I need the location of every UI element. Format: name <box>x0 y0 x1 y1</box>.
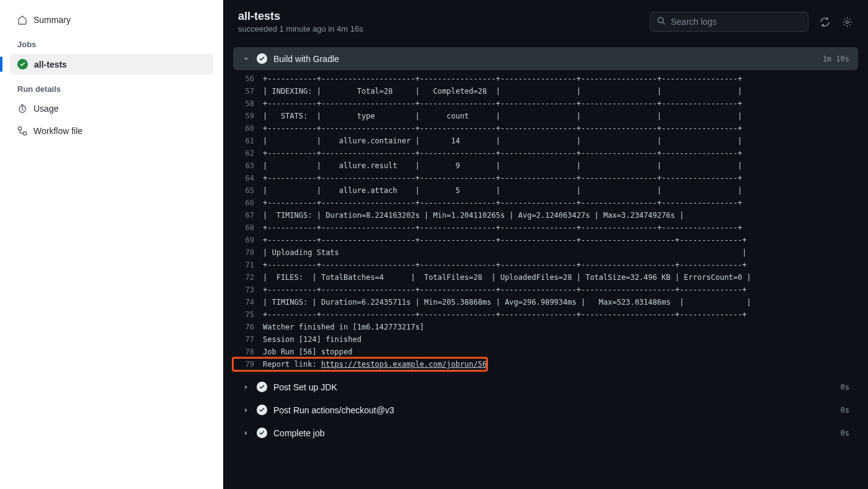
chevron-right-icon <box>242 406 250 415</box>
log-line: 60+-----------+---------------------+---… <box>233 122 858 135</box>
log-output[interactable]: 56+-----------+---------------------+---… <box>233 70 858 375</box>
log-line: 73+-----------+---------------------+---… <box>233 284 858 296</box>
log-line: 61| | allure.container | 14 | | | | <box>233 135 858 147</box>
check-circle-icon <box>257 53 267 64</box>
log-line: 58+-----------+---------------------+---… <box>233 97 858 110</box>
chevron-right-icon <box>242 429 250 437</box>
step-duration: 0s <box>841 429 849 437</box>
step-duration: 1m 10s <box>823 55 849 63</box>
home-icon <box>17 15 27 25</box>
step-duration: 0s <box>841 383 849 392</box>
check-circle-icon <box>257 428 267 438</box>
status-text: succeeded <box>238 24 277 34</box>
search-logs[interactable] <box>650 12 808 32</box>
log-line: 66+-----------+---------------------+---… <box>233 197 858 209</box>
report-link[interactable]: https://testops.example.com/jobrun/56 <box>321 360 487 369</box>
log-line: 75+-----------+---------------------+---… <box>233 308 858 321</box>
duration: 4m 16s <box>337 24 363 34</box>
main-header: all-tests succeeded 1 minute ago in 4m 1… <box>223 0 868 47</box>
sidebar-item-label: all-tests <box>34 60 67 70</box>
sidebar-item-label: Summary <box>33 15 71 25</box>
main-panel: all-tests succeeded 1 minute ago in 4m 1… <box>223 0 868 489</box>
svg-rect-2 <box>24 132 27 135</box>
step-duration: 0s <box>841 406 849 415</box>
log-line: 76Watcher finished in [1m6.142773217s] <box>233 321 858 333</box>
sidebar-item-label: Usage <box>33 104 58 114</box>
steps-list: Build with Gradle 1m 10s 56+-----------+… <box>223 47 868 489</box>
svg-point-3 <box>658 17 663 22</box>
step-post-checkout[interactable]: Post Run actions/checkout@v3 0s <box>233 398 858 421</box>
log-line: 78Job Run [56] stopped <box>233 346 858 358</box>
step-post-jdk[interactable]: Post Set up JDK 0s <box>233 375 858 398</box>
check-circle-icon <box>257 382 267 392</box>
main-controls <box>650 12 853 32</box>
log-line: 65| | allure.attach | 5 | | | | <box>233 184 858 197</box>
search-input[interactable] <box>671 17 802 27</box>
sidebar-item-summary[interactable]: Summary <box>10 10 213 30</box>
log-line: 56+-----------+---------------------+---… <box>233 73 858 85</box>
log-line: 77Session [124] finished <box>233 333 858 346</box>
log-line: 70| Uploading Stats | <box>233 246 858 259</box>
log-line: 67| TIMINGS: | Duration=8.224163202s | M… <box>233 209 858 222</box>
sidebar-item-workflow-file[interactable]: Workflow file <box>10 121 213 141</box>
gear-icon[interactable] <box>841 16 853 28</box>
chevron-right-icon <box>242 383 250 392</box>
workflow-icon <box>17 126 27 136</box>
sidebar-item-usage[interactable]: Usage <box>10 99 213 119</box>
log-line: 71+-----------+---------------------+---… <box>233 259 858 271</box>
sidebar: Summary Jobs all-tests Run details Usage… <box>0 0 223 489</box>
chevron-down-icon <box>242 55 250 63</box>
stopwatch-icon <box>17 104 27 114</box>
log-line: 72| FILES: | TotalBatches=4 | TotalFiles… <box>233 271 858 284</box>
svg-point-4 <box>846 20 848 23</box>
sidebar-heading-details: Run details <box>10 79 213 99</box>
sidebar-heading-jobs: Jobs <box>10 35 213 54</box>
time-ago: 1 minute ago <box>280 24 326 34</box>
svg-rect-1 <box>19 127 22 130</box>
refresh-icon[interactable] <box>818 16 831 28</box>
log-line: 57| INDEXING: | Total=28 | Completed=28 … <box>233 85 858 97</box>
log-line: 69+-----------+---------------------+---… <box>233 234 858 246</box>
log-line: 62+-----------+---------------------+---… <box>233 147 858 159</box>
log-line: 74| TIMINGS: | Duration=6.22435711s | Mi… <box>233 296 858 308</box>
search-icon <box>657 16 666 27</box>
step-name: Complete job <box>273 428 835 438</box>
step-build-with-gradle[interactable]: Build with Gradle 1m 10s <box>233 47 858 70</box>
log-line: 63| | allure.result | 9 | | | | <box>233 159 858 172</box>
check-circle-icon <box>257 405 267 415</box>
log-line: 59| STATS: | type | count | | | | <box>233 110 858 122</box>
job-title: all-tests <box>238 10 363 23</box>
in-word: in <box>328 24 334 34</box>
sidebar-item-job-all-tests[interactable]: all-tests <box>10 54 213 74</box>
step-name: Post Run actions/checkout@v3 <box>273 405 835 415</box>
sidebar-item-label: Workflow file <box>33 126 82 136</box>
log-line: 64+-----------+---------------------+---… <box>233 172 858 184</box>
check-circle-icon <box>17 59 28 70</box>
main-title-block: all-tests succeeded 1 minute ago in 4m 1… <box>238 10 363 34</box>
job-subtitle: succeeded 1 minute ago in 4m 16s <box>238 24 363 34</box>
step-complete-job[interactable]: Complete job 0s <box>233 421 858 444</box>
step-name: Post Set up JDK <box>273 382 835 392</box>
step-name: Build with Gradle <box>273 54 817 64</box>
log-line: 68+-----------+---------------------+---… <box>233 222 858 234</box>
log-line-highlighted: 79Report link: https://testops.example.c… <box>233 358 487 370</box>
